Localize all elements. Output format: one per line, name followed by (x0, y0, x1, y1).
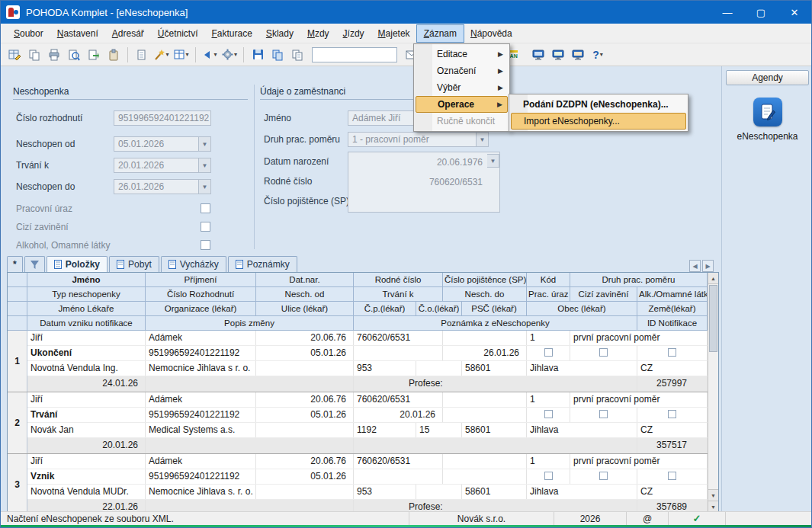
col-poznamka[interactable]: Poznámka z eNeschopenky (354, 316, 637, 331)
col-psc[interactable]: PSČ (lékař) (462, 302, 527, 316)
menu-soubor[interactable]: Soubor (7, 25, 50, 42)
menu-item-operace[interactable]: Operace▶ (416, 96, 508, 113)
scroll-end-button[interactable]: ▼ (708, 501, 718, 512)
maximize-button[interactable]: ▢ (744, 1, 778, 24)
neschopen-od-dropdown[interactable]: ▼ (199, 136, 211, 152)
scrollbar-thumb[interactable] (709, 285, 717, 352)
monitor-icon[interactable] (529, 46, 547, 64)
menu-item-editace[interactable]: Editace▶ (416, 46, 508, 62)
trvani-k-field[interactable]: 20.01.2026 (114, 158, 199, 173)
menu-item-rucne-ukoncit[interactable]: Ručně ukončit (416, 113, 508, 130)
col-cp[interactable]: Č.p.(lékař) (354, 302, 416, 316)
datum-narozeni-value[interactable]: 20.06.1976 (348, 152, 499, 172)
col-nesch-do[interactable]: Nesch. do (443, 287, 527, 302)
grid-vertical-scrollbar[interactable]: ▲ ▼ ▼ (708, 273, 718, 512)
col-popis-zmeny[interactable]: Popis změny (146, 316, 354, 331)
tab-pobyt[interactable]: Pobyt (109, 256, 159, 272)
rodne-cislo-value[interactable]: 760620/6531 (348, 172, 499, 192)
menu-napoveda[interactable]: Nápověda (464, 25, 519, 42)
trvani-k-dropdown[interactable]: ▼ (199, 158, 211, 173)
druh-pomeru-field[interactable]: 1 - pracovní poměr (348, 132, 477, 147)
minimize-button[interactable]: — (711, 1, 744, 24)
col-prijmeni[interactable]: Příjmení (146, 273, 256, 287)
alkohol-checkbox[interactable] (201, 240, 210, 250)
menu-item-vyber[interactable]: Výběr▶ (416, 79, 508, 96)
cizi-zavineni-grid-checkbox[interactable] (599, 410, 608, 418)
menu-sklady[interactable]: Sklady (259, 25, 300, 42)
col-trvani-k[interactable]: Trvání k (354, 287, 443, 302)
cizi-zavineni-checkbox[interactable] (201, 222, 210, 232)
agendy-header[interactable]: Agendy (726, 70, 809, 85)
reports-grid-icon[interactable]: ▾ (172, 46, 191, 64)
col-rodne-cislo[interactable]: Rodné číslo (354, 273, 443, 287)
print-icon[interactable] (45, 46, 63, 64)
copy-record-icon[interactable] (25, 46, 43, 64)
druh-pomeru-dropdown[interactable]: ▼ (477, 132, 489, 147)
col-nesch-od[interactable]: Nesch. od (256, 287, 354, 302)
alk-grid-checkbox[interactable] (668, 410, 676, 418)
col-jmeno[interactable]: Jméno (27, 273, 146, 287)
clipboard-icon[interactable] (104, 46, 123, 64)
col-jmeno-lekare[interactable]: Jméno Lékaře (27, 302, 146, 316)
col-typ-neschopenky[interactable]: Typ neschopenky (27, 287, 146, 302)
tab-poznamky[interactable]: Poznámky (228, 256, 297, 272)
print-preview-icon[interactable] (65, 46, 83, 64)
menu-nastaveni[interactable]: Nastavení (50, 25, 105, 42)
alk-grid-checkbox[interactable] (668, 472, 676, 480)
table-record[interactable]: 2 Jiří Adámek 20.06.76 760620/6531 1 prv… (8, 392, 708, 454)
save-icon[interactable] (249, 46, 267, 64)
agenda-eneschopenka[interactable]: eNeschopenka (722, 98, 812, 142)
close-button[interactable]: ✕ (778, 1, 811, 24)
col-cislo-pojistence[interactable]: Číslo pojištěnce (SP) (443, 273, 527, 287)
scroll-down-button[interactable]: ▼ (708, 489, 718, 501)
col-datnar[interactable]: Dat.nar. (256, 273, 354, 287)
tab-asterisk[interactable]: * (7, 256, 23, 272)
menu-majetek[interactable]: Majetek (371, 25, 417, 42)
monitor-icon[interactable] (549, 46, 567, 64)
neschopen-od-field[interactable]: 05.01.2026 (114, 136, 199, 152)
col-cislo-rozhodnuti[interactable]: Číslo Rozhodnutí (146, 287, 256, 302)
export-icon[interactable] (85, 46, 103, 64)
neschopen-do-dropdown[interactable]: ▼ (199, 179, 211, 194)
menu-adresar[interactable]: Adresář (105, 25, 151, 42)
prac-uraz-grid-checkbox[interactable] (544, 348, 553, 357)
table-record[interactable]: 1 Jiří Adámek 20.06.76 760620/6531 1 prv… (8, 331, 708, 392)
col-co[interactable]: Č.o.(lékař) (416, 302, 462, 316)
search-input[interactable] (312, 47, 397, 62)
tab-filter[interactable] (24, 256, 45, 272)
monitor-icon[interactable] (569, 46, 587, 64)
help-icon[interactable]: ?▾ (589, 46, 607, 64)
copy-icon[interactable] (288, 46, 307, 64)
menu-jizdy[interactable]: Jízdy (336, 25, 371, 42)
menu-fakturace[interactable]: Fakturace (204, 25, 258, 42)
menu-zaznam[interactable]: Záznam (417, 25, 464, 42)
tab-scroll-left[interactable]: ◀ (689, 260, 701, 272)
cizi-zavineni-grid-checkbox[interactable] (599, 472, 608, 480)
table-record[interactable]: 3 Jiří Adámek 20.06.76 760620/6531 1 prv… (8, 454, 708, 512)
col-alk[interactable]: Alk./Omamné látky (637, 287, 708, 302)
menu-item-oznaceni[interactable]: Označení▶ (416, 62, 508, 79)
col-id-notifikace[interactable]: ID Notifikace (637, 316, 708, 331)
cislo-rozhodnuti-field[interactable]: 951996592401221192 (114, 110, 211, 126)
col-cizi-zavineni[interactable]: Cizí zavinění (570, 287, 637, 302)
actions-wand-icon[interactable]: ▾ (152, 46, 171, 64)
tab-scroll-right[interactable]: ▶ (702, 260, 714, 272)
cizi-zavineni-grid-checkbox[interactable] (599, 348, 608, 357)
prac-uraz-grid-checkbox[interactable] (544, 410, 553, 418)
prac-uraz-grid-checkbox[interactable] (544, 472, 553, 480)
col-organizace[interactable]: Organizace (lékař) (146, 302, 256, 316)
cislo-pojistence-value[interactable] (348, 192, 499, 212)
neschopen-do-field[interactable]: 26.01.2026 (114, 179, 199, 194)
scroll-up-button[interactable]: ▲ (708, 273, 718, 284)
settings-gear-icon[interactable]: ▾ (220, 46, 239, 64)
tab-polozky[interactable]: Položky (47, 256, 108, 272)
col-druh-pomeru[interactable]: Druh prac. poměru (570, 273, 708, 287)
alk-grid-checkbox[interactable] (668, 348, 676, 357)
col-prac-uraz[interactable]: Prac. úraz (527, 287, 570, 302)
tab-vychazky[interactable]: Vycházky (161, 256, 226, 272)
datum-narozeni-dropdown[interactable]: ▼ (487, 154, 499, 168)
menu-item-import-eneschopenky[interactable]: Import eNeschopenky... (511, 113, 686, 130)
pages-blue-icon[interactable] (268, 46, 287, 64)
menu-ucetnictvi[interactable]: Účetnictví (151, 25, 205, 42)
col-ulice[interactable]: Ulice (lékař) (256, 302, 354, 316)
